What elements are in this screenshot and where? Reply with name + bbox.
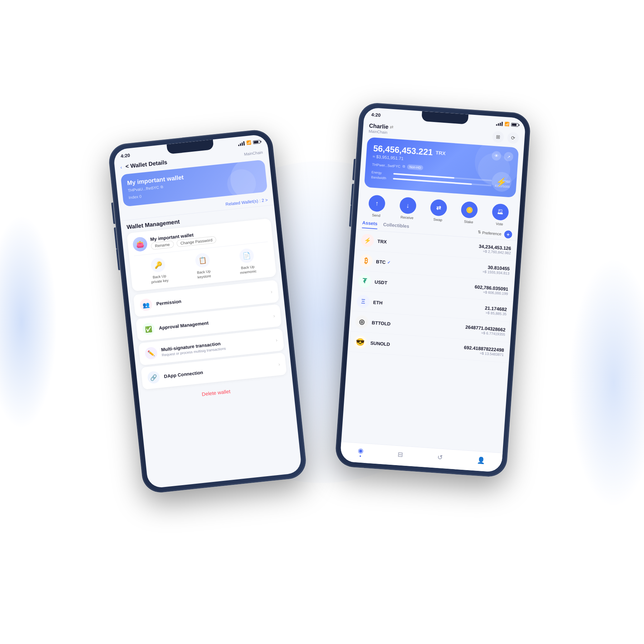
multisig-content: Multi-signature transaction Request or p… (161, 336, 272, 357)
back-button[interactable]: ‹ < Wallet Details (120, 159, 168, 171)
approval-icon: ✅ (145, 325, 152, 333)
dapp-icon-wrap: 🔗 (147, 371, 160, 384)
swap-icon-circle: ⇄ (430, 199, 447, 216)
sunold-amounts: 692.418878222498 ≈$ 13.5483871 (464, 345, 504, 357)
eye-icon: 👁 (494, 153, 499, 158)
right-battery-icon (511, 123, 518, 127)
copy-address-icon[interactable]: ⧉ (402, 164, 405, 169)
nav-wallets[interactable]: ⊟ (397, 450, 403, 459)
preference-button[interactable]: ⇅ Preference (478, 230, 502, 236)
vote-action[interactable]: 🗳 Vote (491, 203, 509, 226)
copy-icon[interactable]: ⧉ (160, 185, 163, 189)
expand-icon-btn[interactable]: ↗ (504, 152, 514, 162)
right-status-time: 4:20 (371, 112, 381, 118)
r-signal-3 (499, 122, 501, 126)
trx-icon: ⚡ (361, 234, 374, 247)
wallet-avatar: 👛 (132, 236, 148, 252)
right-signal-bars (496, 121, 503, 126)
backup-mnemonic[interactable]: 📄 Back Upmnemonic (238, 248, 257, 275)
eth-amounts: 21.174682 ≈$ 85,885.35 (484, 305, 507, 316)
asset-list: ⚡ TRX 34,234,453.126 ≈$ 2,760,842.982 (341, 230, 517, 453)
shadow-right (569, 258, 644, 508)
energy-label: Energy (371, 170, 391, 175)
nav-active-dot (360, 455, 361, 457)
user-info: Charlie ⇄ MainChain (369, 122, 394, 135)
nav-profile[interactable]: 👤 (477, 456, 485, 464)
approval-title: Approval Management (158, 314, 269, 331)
left-phone: 4:20 📶 (107, 128, 308, 494)
trx-amounts: 34,234,453.126 ≈$ 2,760,842.982 (478, 244, 511, 255)
dapp-content: DApp Connection (164, 362, 274, 379)
approval-chevron: › (273, 313, 275, 318)
dapp-icon: 🔗 (150, 374, 158, 381)
tab-collectibles[interactable]: Collectibles (383, 222, 409, 231)
signal-bar-2 (240, 143, 241, 146)
permission-chevron: › (270, 289, 273, 294)
key-icon: 🔑 (154, 261, 162, 269)
swap-icon: ⇄ (436, 204, 441, 211)
tab-assets[interactable]: Assets (362, 220, 378, 229)
receive-icon-circle: ↓ (399, 197, 416, 214)
scene: 4:20 📶 (0, 0, 644, 644)
nav-history[interactable]: ↺ (437, 453, 443, 462)
backup-private-key-icon-wrap: 🔑 (150, 257, 166, 273)
btc-icon: ₿ (359, 254, 373, 268)
phones-wrapper: 4:20 📶 (125, 107, 519, 537)
eth-name: ETH (373, 299, 383, 306)
eth-symbol-icon: Ξ (361, 298, 366, 306)
btc-amounts: 30.810455 ≈$ 1555,934.813 (483, 264, 510, 275)
multisig-icon: ✏️ (147, 350, 155, 357)
wallet-card-inner: My important wallet THPvaU...fhn5YC ⧉ In… (127, 166, 261, 200)
left-battery-fill (254, 141, 258, 143)
r-signal-1 (496, 124, 497, 126)
right-battery-fill (512, 123, 517, 126)
btc-symbol-icon: ₿ (364, 257, 368, 265)
signal-bar-3 (241, 142, 243, 146)
bandwidth-label: Bandwidth (371, 175, 391, 180)
usdt-amounts: 602,786.035091 ≈$ 606,000.199 (474, 284, 509, 296)
stake-action[interactable]: 🪙 Stake (460, 201, 478, 224)
stake-icon-circle: 🪙 (461, 201, 478, 219)
scan-icon: ⊞ (496, 134, 501, 140)
back-arrow-icon: ‹ (120, 164, 122, 170)
non-hd-badge: Non-HD (407, 164, 423, 170)
right-status-icons: 📶 (496, 121, 518, 127)
eth-icon: Ξ (356, 294, 370, 308)
nav-assets[interactable]: ◉ (357, 447, 364, 457)
scan-icon-btn[interactable]: ⊞ (492, 131, 504, 143)
send-action[interactable]: ↑ Send (368, 195, 386, 218)
approval-icon-wrap: ✅ (142, 322, 155, 336)
nav-history-icon: ↺ (437, 453, 443, 462)
swap-label: Swap (433, 218, 443, 222)
rename-button[interactable]: Rename (151, 240, 174, 250)
left-signal-bars (238, 141, 245, 146)
balance-unit: TRX (435, 150, 446, 156)
wallet-entry-info: My important wallet Rename Change Passwo… (150, 230, 216, 250)
backup-private-key[interactable]: 🔑 Back Upprivate key (149, 257, 169, 284)
add-asset-button[interactable]: + (504, 230, 512, 238)
send-label: Send (372, 213, 380, 218)
eye-icon-btn[interactable]: 👁 (492, 151, 502, 161)
vote-label: Vote (496, 222, 503, 226)
preference-label: Preference (482, 230, 502, 236)
mnemonic-icon: 📄 (242, 252, 251, 260)
permission-icon: 👥 (142, 301, 150, 308)
left-phone-screen: 4:20 📶 (113, 134, 302, 489)
receive-action[interactable]: ↓ Receive (399, 197, 416, 220)
switch-icon[interactable]: ⇄ (390, 125, 394, 130)
bttold-amounts: 2648771.04328662 ≈$ 6.77419355 (465, 325, 506, 337)
backup-keystore[interactable]: 📋 Back Upkeystore (195, 253, 211, 280)
left-status-icons: 📶 (238, 139, 260, 146)
permission-title: Permission (156, 289, 267, 306)
sunold-icon: 😎 (353, 335, 367, 349)
stake-label: Stake (464, 220, 473, 224)
swap-action[interactable]: ⇄ Swap (429, 199, 447, 222)
r-signal-2 (498, 123, 499, 126)
right-phone: 4:20 📶 (335, 102, 531, 478)
wallet-switch-btn[interactable]: ⟳ (507, 132, 519, 144)
left-wifi-icon: 📶 (246, 140, 252, 145)
vote-icon: 🗳 (497, 209, 503, 215)
bttold-symbol-icon: ◎ (359, 318, 365, 326)
backup-private-key-label: Back Upprivate key (151, 273, 169, 284)
expand-icon: ↗ (507, 154, 511, 159)
